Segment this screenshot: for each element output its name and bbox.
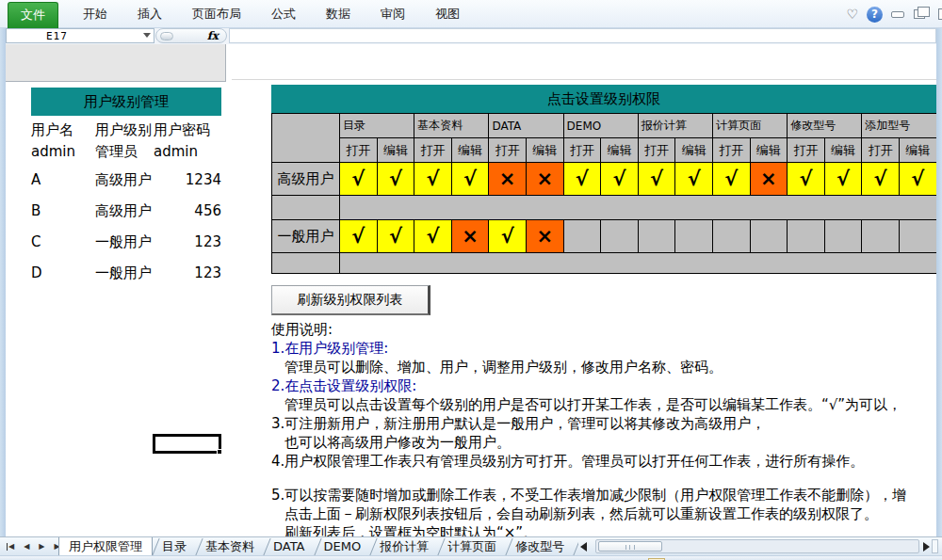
user-cell[interactable]: C — [31, 233, 91, 250]
perm-cell-allowed[interactable]: √ — [824, 163, 862, 196]
user-cell[interactable]: 高级用户 — [95, 202, 152, 220]
perm-cell-empty[interactable] — [824, 220, 862, 253]
user-cell[interactable]: 456 — [154, 202, 221, 219]
perm-cell-empty[interactable] — [750, 220, 788, 253]
sheet-tab[interactable]: 报价计算 — [370, 537, 438, 556]
perm-cell-allowed[interactable]: √ — [377, 220, 414, 253]
sheet-tab[interactable]: DATA — [264, 537, 315, 556]
perm-subheader: 打开 — [489, 138, 527, 163]
ribbon-tabs: 开始插入页面布局公式数据审阅视图 — [68, 0, 475, 28]
horizontal-scrollbar[interactable] — [595, 539, 919, 553]
sheet-tab[interactable]: 目录 — [153, 537, 196, 556]
perm-cell-denied[interactable]: × — [451, 220, 489, 253]
sheet-tab[interactable]: 基本资料 — [196, 537, 264, 556]
fx-button[interactable]: fx — [155, 28, 227, 43]
user-cell[interactable]: 高级用户 — [95, 171, 152, 189]
user-cell[interactable]: D — [31, 264, 91, 281]
perm-cell-empty[interactable] — [788, 220, 825, 253]
ribbon-tab[interactable]: 审阅 — [365, 0, 420, 28]
perm-subheader: 打开 — [414, 138, 452, 163]
user-cell[interactable]: B — [31, 202, 91, 219]
perm-cell-allowed[interactable]: √ — [451, 163, 489, 196]
horizontal-scrollbar-thumb[interactable] — [598, 541, 662, 552]
perm-cell-allowed[interactable]: √ — [638, 163, 675, 196]
perm-cell-denied[interactable]: × — [526, 220, 563, 253]
perm-sheet-header: DATA — [489, 114, 563, 138]
favorite-heart-icon[interactable]: ♡ — [846, 7, 858, 22]
formula-input[interactable] — [229, 28, 936, 43]
user-cell[interactable]: admin — [154, 143, 221, 160]
perm-cell-allowed[interactable]: √ — [340, 163, 378, 196]
name-box-dropdown-icon[interactable] — [143, 33, 151, 38]
user-cell[interactable]: 1234 — [154, 171, 221, 188]
user-cell[interactable]: 123 — [154, 264, 221, 281]
perm-cell-empty[interactable] — [601, 220, 639, 253]
scroll-right-icon[interactable] — [923, 542, 930, 552]
sheet-tab[interactable]: 修改型号 — [506, 537, 574, 556]
perm-cell-allowed[interactable]: √ — [489, 220, 527, 253]
user-cell[interactable]: 管理员 — [95, 143, 152, 161]
prev-sheet-icon[interactable]: ◀ — [19, 538, 34, 555]
restore-button[interactable] — [914, 9, 925, 19]
close-button-partial[interactable] — [938, 8, 942, 20]
perm-cell-empty[interactable] — [862, 220, 900, 253]
user-cell[interactable]: 一般用户 — [95, 233, 152, 251]
refresh-permissions-button[interactable]: 刷新级别权限列表 — [271, 285, 430, 315]
name-box[interactable]: E17 — [6, 28, 154, 43]
perm-sheet-header: 基本资料 — [414, 114, 489, 138]
perm-cell-empty[interactable] — [675, 220, 713, 253]
perm-cell-allowed[interactable]: √ — [340, 220, 378, 253]
ribbon-bar: 文件 开始插入页面布局公式数据审阅视图 ♡ ? — [0, 0, 942, 28]
perm-cell-allowed[interactable]: √ — [862, 163, 900, 196]
perm-cell-allowed[interactable]: √ — [899, 163, 936, 196]
perm-cell-empty[interactable] — [638, 220, 675, 253]
perm-cell-denied[interactable]: × — [750, 163, 788, 196]
perm-cell-allowed[interactable]: √ — [414, 220, 452, 253]
user-cell[interactable]: A — [31, 171, 91, 188]
worksheet-area[interactable]: 用户级别管理 用户名用户级别用户密码admin管理员adminA高级用户1234… — [6, 82, 936, 536]
sheet-tab[interactable]: 计算页面 — [438, 537, 506, 556]
perm-spacer-label — [272, 253, 340, 274]
fill-handle[interactable] — [217, 449, 222, 455]
perm-row-label: 高级用户 — [272, 163, 340, 196]
gridline — [232, 79, 936, 80]
sheet-tab[interactable]: 用户权限管理 — [58, 537, 153, 556]
sheet-tab-bar: ◀ ◀ ▶ ▶ 用户权限管理目录基本资料DATADEMO报价计算计算页面修改型号… — [0, 536, 942, 555]
selected-cell-outline[interactable] — [153, 434, 221, 454]
user-cell[interactable]: 123 — [154, 233, 221, 250]
help-icon[interactable]: ? — [867, 7, 883, 23]
permission-matrix: 目录基本资料DATADEMO报价计算计算页面修改型号添加型号打开编辑打开编辑打开… — [271, 113, 936, 274]
perm-cell-denied[interactable]: × — [526, 163, 563, 196]
perm-cell-allowed[interactable]: √ — [414, 163, 452, 196]
perm-cell-denied[interactable]: × — [489, 163, 527, 196]
top-left-gray-cells[interactable] — [6, 44, 226, 82]
ribbon-tab[interactable]: 数据 — [311, 0, 365, 28]
formula-bar: E17 fx — [0, 28, 942, 44]
first-sheet-icon[interactable]: ◀ — [4, 538, 19, 555]
ribbon-tab[interactable]: 视图 — [420, 0, 475, 28]
tab-scroll-left-icon[interactable] — [580, 542, 587, 552]
ribbon-tab[interactable]: 页面布局 — [177, 0, 256, 28]
cell-reference: E17 — [46, 30, 68, 42]
formula-bar-collapse-knob[interactable] — [160, 32, 173, 40]
perm-cell-allowed[interactable]: √ — [601, 163, 639, 196]
perm-cell-allowed[interactable]: √ — [377, 163, 414, 196]
perm-cell-allowed[interactable]: √ — [563, 163, 601, 196]
perm-subheader: 打开 — [563, 138, 601, 163]
user-cell[interactable]: admin — [31, 143, 91, 160]
file-menu-button[interactable]: 文件 — [8, 2, 58, 28]
perm-cell-allowed[interactable]: √ — [675, 163, 713, 196]
ribbon-tab[interactable]: 插入 — [122, 0, 177, 28]
minimize-button[interactable] — [891, 11, 904, 18]
user-cell[interactable]: 一般用户 — [95, 264, 152, 282]
ribbon-tab[interactable]: 公式 — [256, 0, 311, 28]
perm-cell-allowed[interactable]: √ — [788, 163, 825, 196]
perm-cell-empty[interactable] — [899, 220, 936, 253]
next-sheet-icon[interactable]: ▶ — [34, 538, 49, 555]
perm-cell-allowed[interactable]: √ — [712, 163, 750, 196]
sheet-tab[interactable]: DEMO — [315, 537, 371, 556]
perm-subheader: 打开 — [638, 138, 675, 163]
perm-cell-empty[interactable] — [712, 220, 750, 253]
ribbon-tab[interactable]: 开始 — [68, 0, 122, 28]
perm-cell-empty[interactable] — [563, 220, 601, 253]
